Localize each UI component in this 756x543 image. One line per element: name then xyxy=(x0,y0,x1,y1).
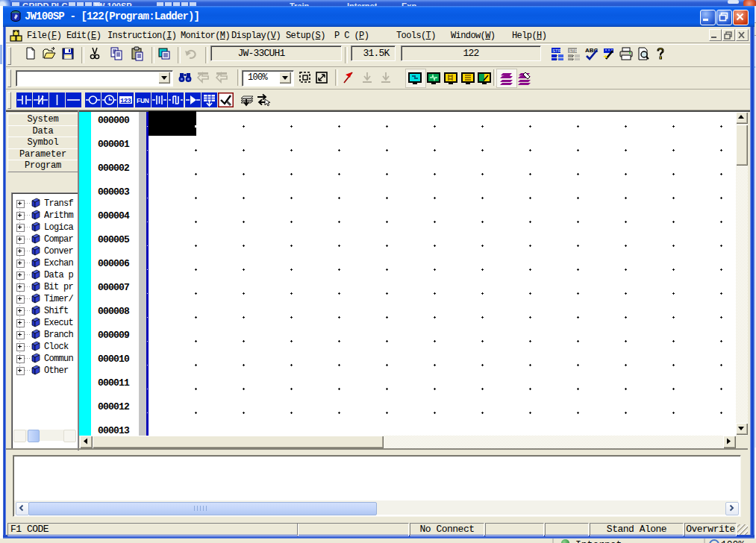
svg-text:STR: STR xyxy=(569,48,578,53)
svg-text:STR: STR xyxy=(552,48,562,53)
svg-text:FUN: FUN xyxy=(137,97,149,104)
svg-text:123: 123 xyxy=(120,98,131,105)
